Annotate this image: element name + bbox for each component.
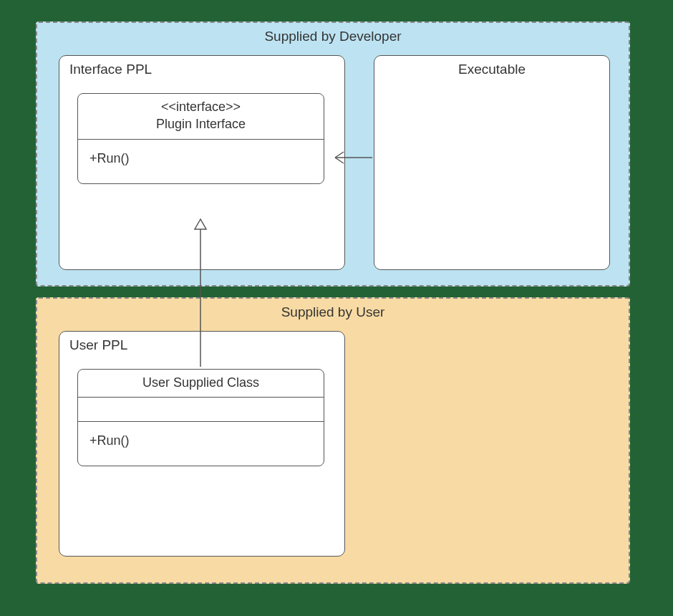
class-user-supplied: User Supplied Class +Run() — [77, 369, 324, 466]
package-executable-title: Executable — [374, 62, 609, 77]
package-interface-ppl-title: Interface PPL — [69, 62, 152, 77]
package-user-ppl: User PPL User Supplied Class +Run() — [59, 331, 345, 557]
region-developer-title: Supplied by Developer — [37, 29, 629, 44]
class-plugin-interface-header: <<interface>> Plugin Interface — [78, 94, 324, 139]
class-user-supplied-ops: +Run() — [78, 421, 324, 466]
class-user-supplied-op: +Run() — [89, 433, 312, 448]
package-user-ppl-title: User PPL — [69, 337, 127, 353]
class-plugin-interface-stereotype: <<interface>> — [81, 98, 321, 115]
class-user-supplied-attrs — [78, 397, 324, 421]
region-user-title: Supplied by User — [37, 304, 629, 320]
class-user-supplied-name: User Supplied Class — [142, 375, 259, 390]
class-user-supplied-header: User Supplied Class — [78, 370, 324, 397]
package-interface-ppl: Interface PPL <<interface>> Plugin Inter… — [59, 55, 345, 270]
class-plugin-interface: <<interface>> Plugin Interface +Run() — [77, 93, 324, 184]
class-plugin-interface-op: +Run() — [89, 151, 312, 166]
class-plugin-interface-name: Plugin Interface — [156, 117, 246, 131]
region-developer: Supplied by Developer Interface PPL <<in… — [36, 21, 630, 287]
package-executable: Executable — [374, 55, 610, 270]
class-plugin-interface-ops: +Run() — [78, 139, 324, 183]
region-user: Supplied by User User PPL User Supplied … — [36, 297, 630, 584]
